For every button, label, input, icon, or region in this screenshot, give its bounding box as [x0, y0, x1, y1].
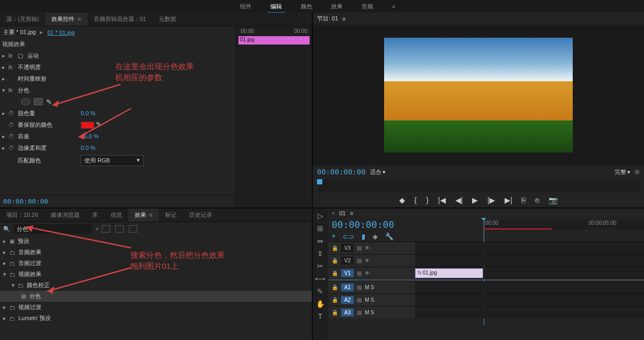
- fit-dropdown[interactable]: 适合 ▾: [370, 168, 386, 176]
- mute-solo-label[interactable]: M S: [365, 297, 374, 303]
- tree-presets[interactable]: 预设: [18, 237, 29, 245]
- toggle-opacity[interactable]: ▸: [2, 64, 8, 71]
- value-tolerance[interactable]: 15.0 %: [81, 133, 99, 139]
- panel-menu-icon[interactable]: ≡: [342, 16, 345, 22]
- panel-menu-icon[interactable]: ≡: [149, 212, 152, 218]
- tree-video-trans[interactable]: 视频过渡: [18, 303, 41, 311]
- tree-lumetri[interactable]: Lumetri 预设: [18, 314, 51, 322]
- match-mode-dropdown[interactable]: 使用 RGB▾: [81, 155, 144, 166]
- tab-more[interactable]: »: [383, 1, 405, 12]
- track-label[interactable]: V1: [341, 269, 354, 277]
- tree-toggle[interactable]: ▸: [3, 238, 9, 245]
- toggle-output-icon[interactable]: ▤: [357, 270, 362, 276]
- toggle-motion[interactable]: ▸: [2, 52, 8, 59]
- slip-tool-icon[interactable]: ⟷: [315, 275, 325, 283]
- track-label[interactable]: V3: [341, 244, 354, 252]
- eye-icon[interactable]: 👁: [365, 245, 370, 251]
- lock-icon[interactable]: 🔒: [332, 270, 338, 276]
- export-frame-icon[interactable]: 📷: [549, 196, 558, 204]
- tab-effect-controls[interactable]: 效果控件≡: [45, 13, 87, 26]
- mute-solo-label[interactable]: M S: [365, 310, 374, 315]
- go-to-in-icon[interactable]: |◀: [438, 196, 446, 204]
- track-label[interactable]: A1: [341, 283, 354, 291]
- effect-timecode[interactable]: 00:00:00:00: [0, 195, 51, 207]
- wrench-icon[interactable]: 🔧: [385, 233, 394, 240]
- step-back-icon[interactable]: ◀|: [455, 196, 463, 204]
- tree-audio-fx[interactable]: 音频效果: [18, 248, 41, 256]
- track-select-tool-icon[interactable]: ⊞: [317, 224, 323, 233]
- lift-icon[interactable]: ⎘: [521, 196, 526, 204]
- lock-icon[interactable]: 🔒: [332, 297, 338, 303]
- toggle-output-icon[interactable]: ▤: [357, 310, 362, 315]
- mini-tl-clip[interactable]: 01.jpg: [238, 36, 310, 45]
- bracket-in-icon[interactable]: {: [414, 196, 417, 204]
- tab-history[interactable]: 历史记录: [183, 209, 219, 222]
- track-label[interactable]: A2: [341, 296, 354, 304]
- mask-pen-icon[interactable]: ✎: [46, 98, 52, 106]
- keyframe-stopwatch-icon[interactable]: ⏱: [8, 110, 18, 116]
- program-preview[interactable]: [313, 25, 644, 166]
- mask-icon[interactable]: ▢: [18, 52, 27, 59]
- track-label[interactable]: A3: [341, 309, 354, 316]
- value-desaturate[interactable]: 0.0 %: [81, 110, 95, 116]
- mark-in-icon[interactable]: ◆: [399, 196, 405, 204]
- color-swatch[interactable]: [81, 122, 94, 129]
- tab-library[interactable]: 库: [86, 209, 104, 222]
- toggle-output-icon[interactable]: ▤: [357, 245, 362, 251]
- tab-assembly[interactable]: 组件: [231, 1, 261, 13]
- effect-leave-color[interactable]: 分色: [18, 86, 65, 94]
- panel-menu-icon[interactable]: ≡: [350, 210, 353, 216]
- timeline-ruler[interactable]: :00:00 00:00:05:00 00:00:10:00: [484, 220, 644, 229]
- toggle-output-icon[interactable]: ▤: [357, 284, 362, 290]
- program-ruler[interactable]: [317, 179, 640, 192]
- eyedropper-icon[interactable]: ✎: [96, 120, 102, 128]
- ripple-tool-icon[interactable]: ⇔: [317, 237, 323, 245]
- tab-media-browser[interactable]: 媒体浏览器: [45, 209, 86, 222]
- sequence-tab[interactable]: 01: [339, 210, 345, 216]
- pen-tool-icon[interactable]: ✎: [317, 287, 323, 295]
- toggle-leavecolor[interactable]: ▾: [2, 87, 8, 94]
- rate-stretch-tool-icon[interactable]: ⇕: [317, 249, 323, 258]
- tab-audio[interactable]: 音频: [352, 1, 383, 13]
- toggle-tolerance[interactable]: ▸: [2, 133, 8, 140]
- tab-metadata[interactable]: 元数据: [152, 13, 182, 26]
- keyframe-stopwatch-icon[interactable]: ⏱: [8, 145, 18, 151]
- lock-icon[interactable]: 🔒: [332, 258, 338, 264]
- keyframe-stopwatch-icon[interactable]: ⏱: [8, 133, 18, 139]
- bracket-out-icon[interactable]: }: [426, 196, 429, 204]
- play-icon[interactable]: ▶: [472, 196, 478, 204]
- lock-icon[interactable]: 🔒: [332, 284, 338, 290]
- tree-leave-color-effect[interactable]: 分色: [29, 292, 41, 300]
- timeline-clip[interactable]: fx01.jpg: [415, 268, 483, 278]
- eye-icon[interactable]: 👁: [365, 270, 370, 276]
- eye-icon[interactable]: 👁: [365, 258, 370, 264]
- program-timecode[interactable]: 00:00:00:00: [317, 168, 366, 176]
- effect-opacity[interactable]: 不透明度: [18, 63, 65, 71]
- mute-solo-label[interactable]: M S: [365, 284, 374, 290]
- resolution-dropdown[interactable]: 完整 ▾: [615, 168, 630, 176]
- clear-search-icon[interactable]: ×: [95, 226, 99, 232]
- tree-video-fx[interactable]: 视频效果: [18, 270, 41, 278]
- linked-selection-icon[interactable]: ⊂⊃: [343, 233, 354, 240]
- toggle-edgesoft[interactable]: ▸: [2, 145, 8, 151]
- tree-toggle[interactable]: ▾: [12, 282, 18, 289]
- settings-icon[interactable]: ⚙: [635, 169, 640, 176]
- snap-icon[interactable]: ⌖: [332, 232, 335, 240]
- settings-icon[interactable]: ◆: [373, 233, 378, 240]
- marker-icon[interactable]: ▮: [362, 233, 365, 240]
- tree-color-correct[interactable]: 颜色校正: [27, 281, 50, 289]
- playhead-icon[interactable]: [317, 179, 322, 184]
- tab-effects-ws[interactable]: 效果: [322, 1, 352, 13]
- effect-motion[interactable]: 运动: [27, 52, 74, 60]
- toggle-output-icon[interactable]: ▤: [357, 258, 362, 264]
- tree-toggle[interactable]: ▾: [3, 271, 9, 278]
- tab-markers[interactable]: 标记: [159, 209, 183, 222]
- tab-info[interactable]: 信息: [104, 209, 128, 222]
- lock-icon[interactable]: 🔒: [332, 245, 338, 251]
- effects-search-input[interactable]: [14, 224, 92, 234]
- filter-accelerated-icon[interactable]: [102, 225, 110, 233]
- razor-tool-icon[interactable]: ✂: [317, 262, 323, 270]
- tab-audio-mixer[interactable]: 音频剪辑混合器：01: [88, 13, 152, 26]
- mask-ellipse-icon[interactable]: [21, 98, 30, 105]
- timeline-timecode[interactable]: 00:00:00:00: [329, 218, 397, 231]
